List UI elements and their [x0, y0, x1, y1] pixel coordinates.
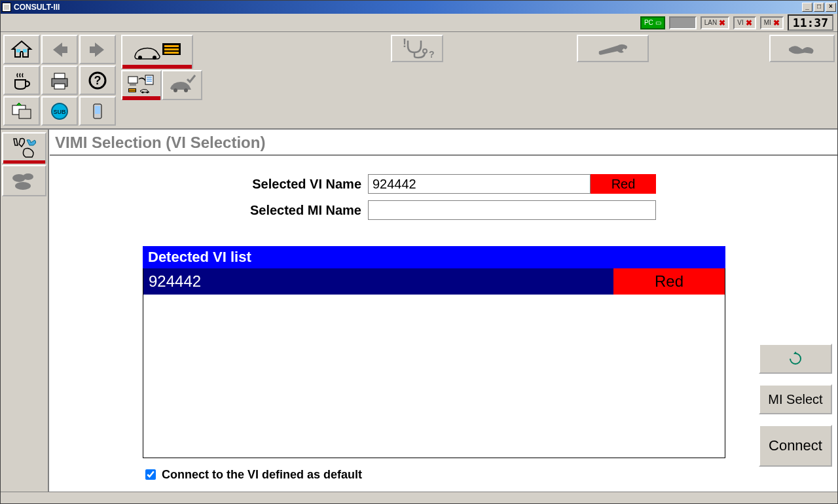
subtab-vimi-selection[interactable]	[121, 70, 162, 100]
form-area: Selected VI Name Red Selected MI Name De…	[50, 156, 756, 492]
tools-hand-icon	[9, 136, 40, 160]
clock: 11:37	[788, 14, 833, 31]
screen-capture-button[interactable]	[3, 96, 40, 126]
action-buttons: MI Select Connect	[756, 156, 837, 472]
mi-name-row: Selected MI Name	[60, 200, 746, 220]
status-vi: VI ✖	[733, 16, 756, 29]
svg-point-34	[184, 88, 188, 92]
svg-point-31	[142, 92, 144, 94]
sub-mode-button[interactable]: SUB	[41, 96, 78, 126]
svg-rect-18	[164, 52, 179, 54]
svg-text:?: ?	[94, 74, 101, 87]
vi-label: VI	[737, 19, 743, 26]
pda-icon	[86, 101, 109, 121]
svg-rect-24	[145, 75, 153, 84]
status-pc: PC ▭	[640, 16, 665, 29]
connect-button[interactable]: Connect	[759, 425, 832, 467]
mi-disconnected-icon: ✖	[773, 18, 780, 27]
home-button[interactable]	[3, 35, 40, 64]
pc-label: PC	[644, 19, 653, 26]
rail-auto-detect[interactable]	[2, 165, 46, 196]
default-vi-checkbox-row[interactable]: Connect to the VI defined as default	[143, 467, 746, 482]
vi-color-chip: Red	[591, 174, 656, 194]
car-display-icon	[131, 39, 183, 64]
app-window: CONSULT-III _ □ × PC ▭ LAN ✖ VI ✖ MI ✖ 1…	[0, 0, 838, 504]
coffee-icon	[10, 71, 33, 90]
svg-point-19	[423, 49, 427, 53]
subtab-vehicle-confirm[interactable]	[162, 70, 202, 100]
mi-label: MI	[764, 19, 771, 26]
svg-rect-29	[129, 89, 136, 90]
clouds-icon	[9, 169, 40, 192]
tab-handshake[interactable]	[769, 35, 835, 62]
tab-maintenance[interactable]	[577, 35, 649, 62]
vi-list-box[interactable]: 924442 Red	[143, 268, 725, 458]
wrench-icon	[594, 38, 631, 59]
mi-name-input[interactable]	[368, 200, 656, 220]
vi-disconnected-icon: ✖	[746, 18, 752, 27]
page-title: VIMI Selection (VI Selection)	[50, 130, 837, 156]
tab-diagnosis[interactable]: !?	[391, 35, 443, 62]
refresh-button[interactable]	[759, 344, 832, 374]
arrow-right-icon	[86, 40, 109, 60]
svg-point-32	[147, 92, 149, 94]
default-vi-checkbox[interactable]	[145, 469, 156, 480]
svg-text:?: ?	[429, 49, 435, 59]
tool-grid: ? SUB	[1, 32, 118, 128]
vi-name-row: Selected VI Name Red	[60, 174, 746, 194]
svg-point-33	[173, 88, 177, 92]
help-button[interactable]: ?	[79, 65, 116, 95]
sub-icon: SUB	[48, 101, 71, 121]
svg-text:!: !	[403, 38, 407, 50]
printer-icon	[48, 71, 71, 90]
home-icon	[10, 40, 33, 60]
svg-rect-16	[164, 45, 179, 47]
screen-icon	[10, 101, 33, 121]
app-icon	[2, 3, 11, 12]
titlebar: CONSULT-III _ □ ×	[1, 1, 837, 14]
arrow-left-icon	[48, 40, 71, 60]
lan-label: LAN	[704, 19, 717, 26]
refresh-icon	[788, 351, 803, 366]
svg-rect-4	[54, 84, 65, 89]
pc-link-car-icon	[127, 74, 156, 96]
list-item[interactable]: 924442 Red	[143, 268, 725, 296]
vi-list: Detected VI list 924442 Red	[143, 246, 725, 458]
handshake-icon	[784, 38, 820, 59]
svg-point-14	[153, 56, 156, 60]
back-button[interactable]	[41, 35, 78, 64]
status-empty	[669, 16, 697, 29]
svg-rect-3	[54, 73, 65, 79]
status-lan: LAN ✖	[701, 16, 729, 29]
svg-point-36	[23, 173, 33, 180]
content: VIMI Selection (VI Selection) Selected V…	[49, 130, 837, 492]
svg-rect-22	[128, 77, 137, 83]
device-button[interactable]	[79, 96, 116, 126]
svg-rect-8	[19, 109, 31, 118]
svg-rect-0	[16, 49, 20, 52]
svg-rect-30	[129, 91, 136, 92]
vi-name-input[interactable]	[368, 174, 591, 194]
svg-rect-17	[164, 48, 179, 50]
body: VIMI Selection (VI Selection) Selected V…	[1, 130, 837, 492]
rail-manual-select[interactable]	[2, 132, 46, 164]
print-button[interactable]	[41, 65, 78, 95]
pc-icon: ▭	[655, 19, 661, 26]
mi-select-button[interactable]: MI Select	[759, 384, 832, 414]
minimize-button[interactable]: _	[802, 3, 812, 12]
status-row: PC ▭ LAN ✖ VI ✖ MI ✖ 11:37	[1, 14, 837, 32]
forward-button[interactable]	[79, 35, 116, 64]
bottom-statusbar	[1, 492, 837, 503]
svg-rect-28	[128, 88, 136, 92]
maximize-button[interactable]: □	[814, 3, 824, 12]
tab-vehicle-select[interactable]	[121, 35, 193, 69]
break-button[interactable]	[3, 65, 40, 95]
connect-label: Connect	[769, 437, 822, 454]
close-button[interactable]: ×	[826, 3, 836, 12]
vi-list-title: Detected VI list	[143, 246, 725, 268]
svg-rect-12	[95, 106, 100, 114]
svg-rect-23	[130, 84, 136, 86]
status-mi: MI ✖	[760, 16, 784, 29]
svg-point-13	[138, 56, 142, 60]
svg-rect-1	[23, 49, 27, 52]
